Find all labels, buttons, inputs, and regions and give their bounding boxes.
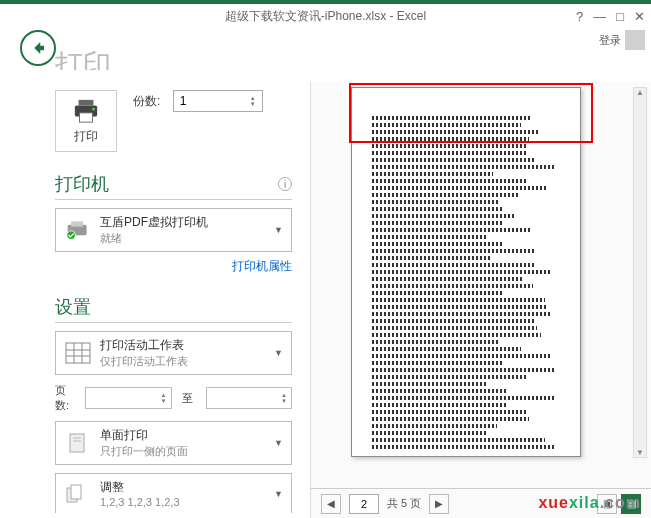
vertical-scrollbar[interactable]: ▲▼ (633, 87, 647, 458)
copies-value: 1 (180, 94, 187, 108)
next-page-button[interactable]: ▶ (429, 494, 449, 514)
collate-dropdown[interactable]: 调整 1,2,3 1,2,3 1,2,3 ▼ (55, 473, 292, 513)
sign-in[interactable]: 登录 (599, 30, 645, 50)
copies-group: 份数: 1 ▲▼ (133, 90, 263, 112)
arrow-left-icon (29, 39, 47, 57)
help-icon[interactable]: ? (576, 9, 583, 24)
minimize-button[interactable]: — (593, 9, 606, 24)
svg-rect-7 (66, 343, 90, 363)
preview-pane: ▲▼ ◀ 共 5 页 ▶ ▣ ▤ (310, 82, 651, 518)
svg-rect-12 (70, 434, 84, 452)
printer-section-title: 打印机 i (55, 172, 292, 200)
print-button-label: 打印 (74, 128, 98, 145)
sheet-icon (64, 341, 92, 365)
svg-rect-5 (71, 221, 83, 226)
watermark: xuexila.com (538, 494, 641, 512)
single-side-icon (64, 431, 92, 455)
page-range: 页数: ▲▼ 至 ▲▼ (55, 383, 292, 413)
print-row: 打印 份数: 1 ▲▼ (55, 90, 292, 152)
printer-properties-link[interactable]: 打印机属性 (55, 258, 292, 275)
chevron-down-icon: ▼ (274, 225, 283, 235)
print-button[interactable]: 打印 (55, 90, 117, 152)
printer-icon (71, 98, 101, 124)
chevron-down-icon: ▼ (274, 489, 283, 499)
settings-pane: 打印 份数: 1 ▲▼ 打印机 i 互盾PDF虚拟打印机 (0, 82, 310, 518)
sign-in-label: 登录 (599, 33, 621, 48)
copies-input[interactable]: 1 ▲▼ (173, 90, 263, 112)
svg-rect-16 (71, 485, 81, 499)
main-content: 打印 份数: 1 ▲▼ 打印机 i 互盾PDF虚拟打印机 (0, 82, 651, 518)
annotation-box (349, 83, 593, 143)
avatar (625, 30, 645, 50)
collate-icon (64, 482, 92, 506)
printer-dropdown[interactable]: 互盾PDF虚拟打印机 就绪 ▼ (55, 208, 292, 252)
info-icon[interactable]: i (278, 177, 292, 191)
chevron-down-icon: ▼ (274, 438, 283, 448)
sides-dropdown[interactable]: 单面打印 只打印一侧的页面 ▼ (55, 421, 292, 465)
svg-point-3 (92, 107, 95, 110)
page-from-input[interactable]: ▲▼ (85, 387, 172, 409)
svg-rect-2 (80, 112, 93, 121)
printer-name: 互盾PDF虚拟打印机 (100, 214, 266, 231)
maximize-button[interactable]: □ (616, 9, 624, 24)
window-title: 超级下载软文资讯-iPhone.xlsx - Excel (225, 8, 426, 25)
copies-spinner[interactable]: ▲▼ (250, 95, 256, 107)
page-to-input[interactable]: ▲▼ (206, 387, 293, 409)
back-button[interactable] (20, 30, 56, 66)
page-heading: 打印 (55, 48, 111, 70)
settings-section-title: 设置 (55, 295, 292, 323)
window-controls: ? — □ ✕ (576, 9, 645, 24)
page-number-input[interactable] (349, 494, 379, 514)
preview-area: ▲▼ (311, 82, 651, 488)
printer-status: 就绪 (100, 231, 266, 246)
page-total: 共 5 页 (387, 496, 421, 511)
chevron-down-icon: ▼ (274, 348, 283, 358)
prev-page-button[interactable]: ◀ (321, 494, 341, 514)
copies-label: 份数: (133, 94, 160, 108)
title-bar: 超级下载软文资讯-iPhone.xlsx - Excel ? — □ ✕ (0, 0, 651, 28)
close-button[interactable]: ✕ (634, 9, 645, 24)
pages-label: 页数: (55, 383, 75, 413)
svg-rect-0 (79, 99, 94, 105)
pages-to-label: 至 (182, 391, 196, 406)
printer-device-icon (64, 218, 92, 242)
print-what-dropdown[interactable]: 打印活动工作表 仅打印活动工作表 ▼ (55, 331, 292, 375)
